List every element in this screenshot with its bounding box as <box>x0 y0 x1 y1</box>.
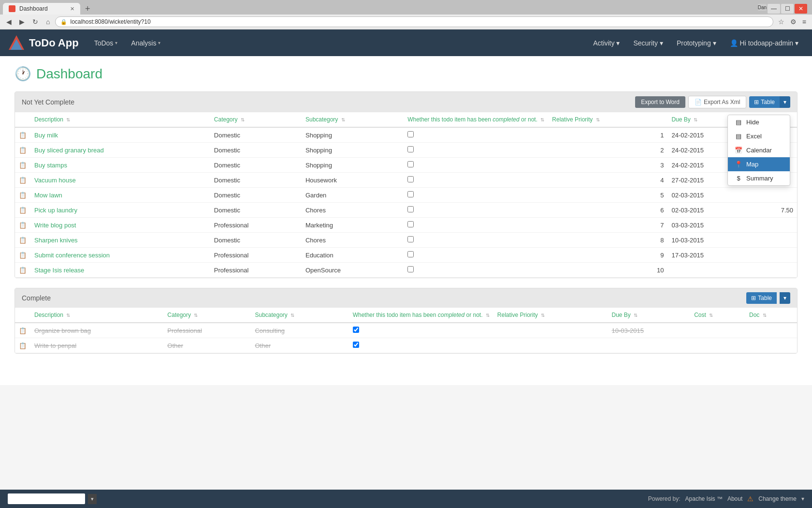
row-doc <box>745 323 797 338</box>
row-completed[interactable] <box>404 203 548 218</box>
dropdown-map[interactable]: 📍 Map <box>728 157 790 171</box>
nav-todos[interactable]: ToDos ▾ <box>88 35 124 51</box>
row-completed[interactable] <box>404 263 548 278</box>
row-description[interactable]: Sharpen knives <box>30 233 210 248</box>
row-description[interactable]: Vacuum house <box>30 173 210 188</box>
row-category: Professional <box>163 323 251 338</box>
row-priority: 2 <box>548 143 667 158</box>
row-icon: 📋 <box>15 173 30 188</box>
nav-activity[interactable]: Activity ▾ <box>587 35 625 51</box>
close-win-btn[interactable]: ✕ <box>795 4 807 14</box>
complete-col-description-header[interactable]: Description ⇅ <box>30 308 163 323</box>
sort-completed-icon: ⇅ <box>540 117 544 122</box>
menu-icon[interactable]: ≡ <box>800 17 808 27</box>
new-tab-button[interactable]: + <box>82 4 93 14</box>
sort-category-icon: ⇅ <box>241 117 245 122</box>
row-description[interactable]: Submit conference session <box>30 248 210 263</box>
complete-col-priority-header[interactable]: Relative Priority ⇅ <box>493 308 608 323</box>
col-category-header[interactable]: Category ⇅ <box>210 112 302 127</box>
table-view-button[interactable]: ⊞ Table <box>749 96 780 108</box>
row-priority: 7 <box>548 218 667 233</box>
row-priority: 9 <box>548 248 667 263</box>
row-description[interactable]: Stage Isis release <box>30 263 210 278</box>
nav-prototyping[interactable]: Prototyping ▾ <box>671 35 722 51</box>
row-icon: 📋 <box>15 248 30 263</box>
col-description-header[interactable]: Description ⇅ <box>30 112 210 127</box>
row-completed[interactable] <box>404 173 548 188</box>
user-icon: 👤 <box>730 39 738 47</box>
row-completed[interactable] <box>404 233 548 248</box>
export-xml-button[interactable]: 📄 Export As Xml <box>688 96 746 108</box>
maximize-btn[interactable]: ☐ <box>781 4 794 14</box>
row-icon: 📋 <box>15 203 30 218</box>
row-description[interactable]: Buy milk <box>30 127 210 143</box>
row-doc <box>745 338 797 353</box>
dropdown-calendar[interactable]: 📅 Calendar <box>728 143 790 157</box>
dropdown-hide[interactable]: ▤ Hide <box>728 115 790 129</box>
user-indicator: Dan <box>758 4 767 11</box>
row-category: Domestic <box>210 203 302 218</box>
complete-sort-subcategory-icon: ⇅ <box>290 313 294 318</box>
dropdown-excel[interactable]: ▤ Excel <box>728 129 790 143</box>
row-description[interactable]: Mow lawn <box>30 188 210 203</box>
tab-close-btn[interactable]: ✕ <box>70 6 74 12</box>
row-description[interactable]: Buy sliced granary bread <box>30 143 210 158</box>
row-priority: 10 <box>548 263 667 278</box>
dropdown-summary[interactable]: $ Summary <box>728 171 790 185</box>
minimize-btn[interactable]: — <box>768 4 780 14</box>
row-completed[interactable] <box>404 158 548 173</box>
row-completed[interactable] <box>349 338 493 353</box>
table-dropdown-button[interactable]: ▾ <box>780 96 790 108</box>
complete-col-doc-header[interactable]: Doc ⇅ <box>745 308 797 323</box>
table-row: 📋 Vacuum house Domestic Housework 4 27-0… <box>15 173 797 188</box>
row-subcategory: Shopping <box>302 158 404 173</box>
row-completed[interactable] <box>404 248 548 263</box>
row-completed[interactable] <box>404 143 548 158</box>
complete-col-dueby-header[interactable]: Due By ⇅ <box>608 308 690 323</box>
address-bar[interactable]: 🔒 localhost:8080/wicket/entity?10 <box>55 16 773 27</box>
complete-col-completed-header[interactable]: Whether this todo item has been complete… <box>349 308 493 323</box>
nav-analysis[interactable]: Analysis ▾ <box>125 35 166 51</box>
map-icon: 📍 <box>735 161 742 168</box>
row-completed[interactable] <box>404 218 548 233</box>
row-completed[interactable] <box>349 323 493 338</box>
row-icon: 📋 <box>15 158 30 173</box>
row-category: Domestic <box>210 143 302 158</box>
complete-col-cost-header[interactable]: Cost ⇅ <box>690 308 745 323</box>
table-icon: ⊞ <box>754 99 759 105</box>
complete-table-button[interactable]: ⊞ Table <box>746 292 777 304</box>
row-description[interactable]: Write blog post <box>30 218 210 233</box>
forward-button[interactable]: ▶ <box>17 17 27 27</box>
row-priority <box>493 338 608 353</box>
calendar-icon: 📅 <box>735 147 742 154</box>
row-description[interactable]: Buy stamps <box>30 158 210 173</box>
row-category: Domestic <box>210 188 302 203</box>
col-completed-header[interactable]: Whether this todo item has been complete… <box>404 112 548 127</box>
file-icon: 📄 <box>695 99 702 105</box>
col-priority-header[interactable]: Relative Priority ⇅ <box>548 112 667 127</box>
table-dropdown-group: ⊞ Table ▾ ▤ Hide ▤ Excel <box>749 96 790 108</box>
col-subcategory-header[interactable]: Subcategory ⇅ <box>302 112 404 127</box>
extensions-icon[interactable]: ⚙ <box>788 17 798 27</box>
row-description[interactable]: Organize brown bag <box>30 323 163 338</box>
complete-table-dropdown-button[interactable]: ▾ <box>780 292 790 304</box>
page-content: 🕐 Dashboard Not Yet Complete Export to W… <box>0 56 812 385</box>
nav-user[interactable]: 👤 Hi todoapp-admin ▾ <box>724 35 804 51</box>
row-category: Domestic <box>210 127 302 143</box>
complete-col-subcategory-header[interactable]: Subcategory ⇅ <box>251 308 348 323</box>
home-button[interactable]: ⌂ <box>44 17 52 27</box>
complete-col-icon <box>15 308 30 323</box>
nav-security[interactable]: Security ▾ <box>627 35 668 51</box>
export-word-button[interactable]: Export to Word <box>635 96 685 108</box>
bookmark-icon[interactable]: ☆ <box>776 17 786 27</box>
row-category: Professional <box>210 263 302 278</box>
browser-tab[interactable]: Dashboard ✕ <box>3 3 80 15</box>
row-completed[interactable] <box>404 127 548 143</box>
refresh-button[interactable]: ↻ <box>30 17 41 27</box>
complete-col-category-header[interactable]: Category ⇅ <box>163 308 251 323</box>
row-completed[interactable] <box>404 188 548 203</box>
back-button[interactable]: ◀ <box>4 17 14 27</box>
row-description[interactable]: Write to penpal <box>30 338 163 353</box>
complete-section: Complete ⊞ Table ▾ Description ⇅ C <box>14 288 798 354</box>
row-description[interactable]: Pick up laundry <box>30 203 210 218</box>
